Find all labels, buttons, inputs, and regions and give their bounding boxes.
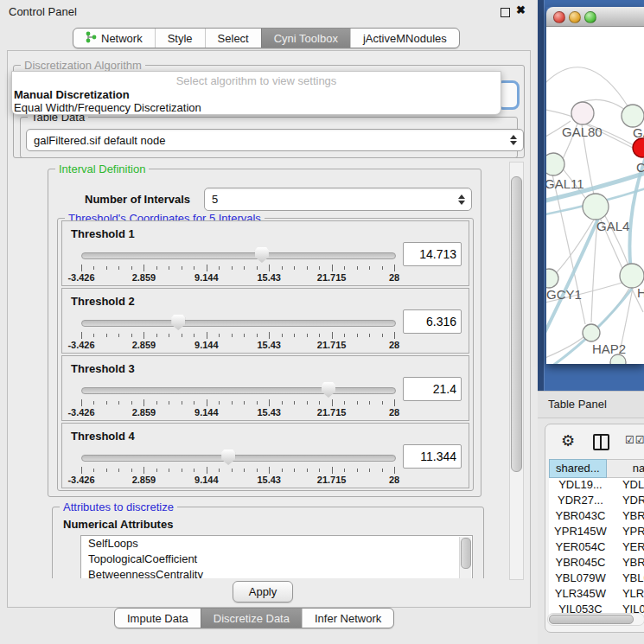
minimize-traffic-light-icon[interactable]: [569, 11, 581, 23]
threshold-value-input[interactable]: [403, 242, 462, 266]
tick-mark: [294, 469, 295, 472]
dropdown-option-equal-width-frequency-discretization[interactable]: Equal Width/Frequency Discretization: [14, 101, 201, 114]
slider-track[interactable]: [81, 252, 396, 259]
network-graph[interactable]: GAL80GACGAL11GAL4GCY1HHAP2: [546, 27, 644, 364]
close-traffic-light-icon[interactable]: [553, 11, 565, 23]
tick-mark: [194, 469, 194, 472]
attribute-item[interactable]: SelfLoops: [81, 536, 472, 552]
main-scrollbar-thumb[interactable]: [511, 176, 522, 472]
tab-style[interactable]: Style: [155, 29, 205, 48]
slider-track[interactable]: [81, 320, 396, 327]
network-node-h[interactable]: [620, 264, 644, 288]
zoom-traffic-light-icon[interactable]: [584, 11, 596, 23]
network-node-gal11[interactable]: [546, 153, 564, 175]
node-table: shared... na YDL19...YDL1YDR27...YDR2YBR…: [549, 459, 644, 618]
table-data-combo[interactable]: galFiltered.sif default node: [26, 129, 524, 151]
network-window-titlebar[interactable]: [546, 7, 644, 27]
tick-label: 21.715: [317, 340, 347, 350]
tick-mark: [307, 266, 308, 270]
slider-ticks: [81, 467, 394, 474]
network-node-gal80[interactable]: [571, 102, 594, 124]
close-icon[interactable]: ✖: [516, 3, 526, 16]
select-columns-icons[interactable]: ☑☑: [625, 434, 644, 446]
columns-icon[interactable]: [593, 434, 609, 450]
tick-mark: [81, 399, 82, 406]
network-edge[interactable]: [557, 220, 594, 272]
slider-tick-labels: -3.4262.8599.14415.4321.71528: [81, 407, 394, 418]
tick-mark: [93, 334, 94, 337]
tick-mark: [131, 266, 132, 270]
tick-mark: [244, 469, 245, 472]
table-hscrollbar-thumb[interactable]: [549, 615, 634, 624]
tick-mark: [194, 334, 194, 337]
tick-label: 21.715: [317, 475, 347, 485]
apply-button[interactable]: Apply: [233, 581, 293, 603]
slider-thumb[interactable]: [322, 382, 335, 398]
threshold-value-input[interactable]: [403, 377, 462, 401]
tick-mark: [269, 332, 270, 339]
main-scrollbar[interactable]: [509, 162, 524, 580]
attributes-scrollbar-thumb[interactable]: [461, 538, 471, 569]
table-row[interactable]: YBR045CYBR0: [549, 556, 644, 571]
threshold-slider[interactable]: -3.4262.8599.14415.4321.71528: [81, 450, 394, 484]
threshold-slider[interactable]: -3.4262.8599.14415.4321.71528: [81, 247, 394, 282]
tick-mark: [382, 334, 383, 337]
table-row[interactable]: YBR043CYBR0: [549, 509, 644, 525]
threshold-slider[interactable]: -3.4262.8599.14415.4321.71528: [81, 382, 394, 417]
tab-select[interactable]: Select: [205, 29, 261, 48]
table-hscrollbar[interactable]: [547, 613, 644, 626]
cell-name: YDL1: [612, 478, 644, 494]
table-row[interactable]: YER054CYER0: [549, 540, 644, 556]
column-header-shared-name[interactable]: shared...: [549, 459, 607, 478]
bottom-tab-infer-network[interactable]: Infer Network: [302, 609, 393, 628]
tick-mark: [382, 469, 383, 472]
attribute-item[interactable]: BetweennessCentrality: [81, 567, 472, 578]
table-row[interactable]: YBL079WYBL0: [549, 571, 644, 587]
tick-label: -3.426: [67, 272, 94, 283]
table-row[interactable]: YDR27...YDR2: [549, 494, 644, 509]
threshold-slider[interactable]: -3.4262.8599.14415.4321.71528: [81, 315, 394, 349]
network-node-hap2[interactable]: [583, 324, 600, 341]
tick-mark: [169, 334, 169, 337]
network-edge[interactable]: [546, 109, 575, 118]
tick-mark: [232, 334, 233, 337]
network-canvas[interactable]: GAL80GACGAL11GAL4GCY1HHAP2: [546, 27, 644, 364]
attributes-scrollbar[interactable]: [459, 537, 471, 578]
node-label: GCY1: [546, 287, 582, 302]
attribute-item[interactable]: TopologicalCoefficient: [81, 552, 472, 567]
tick-mark: [182, 334, 182, 337]
tick-label: 9.144: [194, 340, 219, 350]
tick-mark: [344, 401, 345, 405]
slider-thumb[interactable]: [171, 315, 185, 330]
float-window-icon[interactable]: [501, 8, 510, 17]
tab-jactivemnodules[interactable]: jActiveMNodules: [350, 29, 459, 48]
threshold-value-input[interactable]: [403, 444, 462, 469]
slider-thumb[interactable]: [221, 450, 235, 465]
slider-track[interactable]: [81, 455, 396, 462]
table-row[interactable]: YPR145WYPR1: [549, 525, 644, 540]
tick-mark: [182, 266, 182, 270]
slider-track[interactable]: [81, 387, 396, 394]
threshold-label: Threshold 3: [71, 362, 135, 375]
tab-network[interactable]: Network: [73, 29, 155, 48]
numerical-attributes-list[interactable]: SelfLoopsTopologicalCoefficientBetweenne…: [80, 535, 473, 578]
dropdown-option-manual-discretization[interactable]: Manual Discretization: [14, 88, 130, 101]
table-row[interactable]: YDL19...YDL1: [549, 478, 644, 494]
gear-icon[interactable]: ⚙: [561, 431, 575, 450]
network-edge[interactable]: [546, 67, 628, 107]
threshold-panel: Threshold 3-3.4262.8599.14415.4321.71528: [61, 355, 469, 421]
slider-thumb[interactable]: [255, 247, 269, 263]
column-header-name[interactable]: na: [607, 459, 644, 478]
tick-mark: [106, 334, 107, 337]
bottom-tab-discretize-data[interactable]: Discretize Data: [201, 609, 302, 628]
network-node-gal4[interactable]: [583, 194, 609, 220]
threshold-value-input[interactable]: [403, 309, 462, 334]
tick-label: 9.144: [194, 407, 219, 418]
control-panel: Control Panel ✖ NetworkStyleSelectCyni T…: [0, 0, 538, 644]
table-row[interactable]: YLR345WYLR3: [549, 587, 644, 603]
network-node-c[interactable]: [633, 138, 644, 157]
network-node-ga[interactable]: [622, 105, 644, 127]
bottom-tab-impute-data[interactable]: Impute Data: [115, 609, 201, 628]
number-of-intervals-combo[interactable]: 5: [204, 188, 472, 211]
tab-cyni-toolbox[interactable]: Cyni Toolbox: [261, 29, 350, 48]
